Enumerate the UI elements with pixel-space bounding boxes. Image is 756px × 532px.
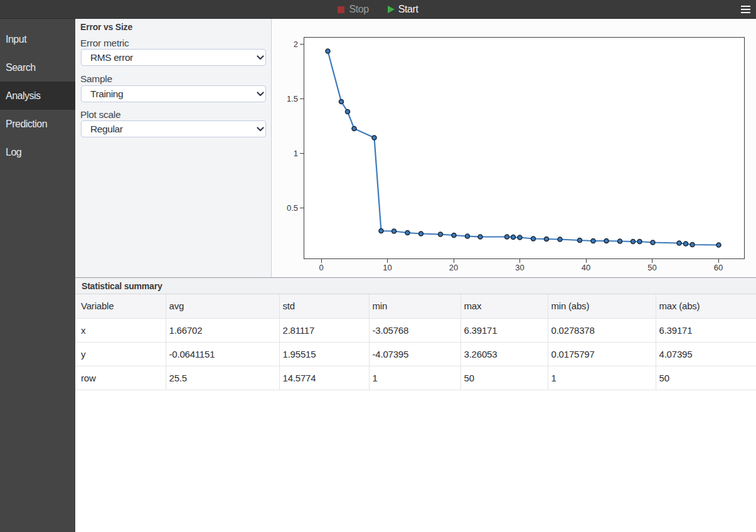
svg-text:10: 10 xyxy=(383,263,391,272)
svg-text:1: 1 xyxy=(294,149,298,158)
svg-text:1.5: 1.5 xyxy=(287,94,298,104)
svg-text:60: 60 xyxy=(714,263,723,272)
svg-text:0.5: 0.5 xyxy=(287,203,298,213)
svg-text:0: 0 xyxy=(319,263,323,272)
svg-text:50: 50 xyxy=(647,263,656,272)
svg-text:30: 30 xyxy=(515,263,524,272)
svg-text:20: 20 xyxy=(449,263,458,272)
svg-text:2: 2 xyxy=(294,40,298,49)
svg-text:40: 40 xyxy=(582,263,590,272)
